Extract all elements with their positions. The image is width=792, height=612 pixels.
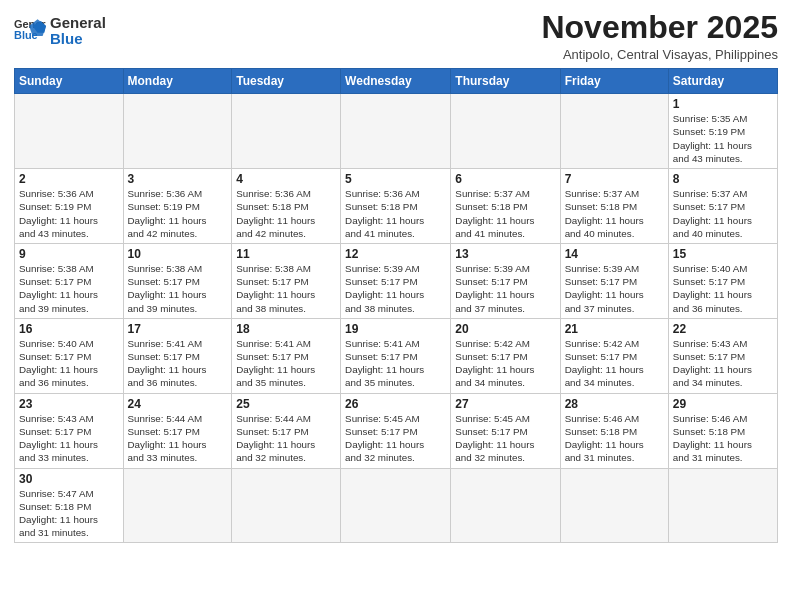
- day-info: Sunrise: 5:41 AM Sunset: 5:17 PM Dayligh…: [128, 337, 228, 390]
- calendar-day-cell: 8Sunrise: 5:37 AM Sunset: 5:17 PM Daylig…: [668, 169, 777, 244]
- calendar-week-row: 1Sunrise: 5:35 AM Sunset: 5:19 PM Daylig…: [15, 94, 778, 169]
- day-number: 4: [236, 172, 336, 186]
- day-info: Sunrise: 5:41 AM Sunset: 5:17 PM Dayligh…: [345, 337, 446, 390]
- day-number: 28: [565, 397, 664, 411]
- day-number: 7: [565, 172, 664, 186]
- day-number: 2: [19, 172, 119, 186]
- day-number: 17: [128, 322, 228, 336]
- day-number: 1: [673, 97, 773, 111]
- day-number: 6: [455, 172, 555, 186]
- calendar-day-cell: [560, 94, 668, 169]
- calendar-day-cell: 5Sunrise: 5:36 AM Sunset: 5:18 PM Daylig…: [341, 169, 451, 244]
- calendar-day-cell: 25Sunrise: 5:44 AM Sunset: 5:17 PM Dayli…: [232, 393, 341, 468]
- calendar-day-cell: 18Sunrise: 5:41 AM Sunset: 5:17 PM Dayli…: [232, 318, 341, 393]
- calendar-day-cell: 2Sunrise: 5:36 AM Sunset: 5:19 PM Daylig…: [15, 169, 124, 244]
- day-number: 13: [455, 247, 555, 261]
- day-info: Sunrise: 5:44 AM Sunset: 5:17 PM Dayligh…: [236, 412, 336, 465]
- calendar-day-cell: [341, 94, 451, 169]
- calendar-day-cell: 11Sunrise: 5:38 AM Sunset: 5:17 PM Dayli…: [232, 243, 341, 318]
- location-subtitle: Antipolo, Central Visayas, Philippines: [541, 47, 778, 62]
- month-title: November 2025: [541, 10, 778, 45]
- calendar-week-row: 30Sunrise: 5:47 AM Sunset: 5:18 PM Dayli…: [15, 468, 778, 543]
- day-number: 3: [128, 172, 228, 186]
- calendar-day-cell: 4Sunrise: 5:36 AM Sunset: 5:18 PM Daylig…: [232, 169, 341, 244]
- day-number: 12: [345, 247, 446, 261]
- calendar-day-cell: 22Sunrise: 5:43 AM Sunset: 5:17 PM Dayli…: [668, 318, 777, 393]
- calendar-day-cell: 15Sunrise: 5:40 AM Sunset: 5:17 PM Dayli…: [668, 243, 777, 318]
- calendar-day-cell: 17Sunrise: 5:41 AM Sunset: 5:17 PM Dayli…: [123, 318, 232, 393]
- calendar-header-row: SundayMondayTuesdayWednesdayThursdayFrid…: [15, 69, 778, 94]
- day-number: 14: [565, 247, 664, 261]
- logo: General Blue General Blue: [14, 14, 106, 48]
- day-info: Sunrise: 5:36 AM Sunset: 5:19 PM Dayligh…: [128, 187, 228, 240]
- calendar-day-cell: 3Sunrise: 5:36 AM Sunset: 5:19 PM Daylig…: [123, 169, 232, 244]
- weekday-header-tuesday: Tuesday: [232, 69, 341, 94]
- calendar-day-cell: [15, 94, 124, 169]
- day-info: Sunrise: 5:35 AM Sunset: 5:19 PM Dayligh…: [673, 112, 773, 165]
- day-info: Sunrise: 5:38 AM Sunset: 5:17 PM Dayligh…: [19, 262, 119, 315]
- day-number: 26: [345, 397, 446, 411]
- day-info: Sunrise: 5:39 AM Sunset: 5:17 PM Dayligh…: [565, 262, 664, 315]
- calendar-day-cell: [451, 468, 560, 543]
- day-number: 16: [19, 322, 119, 336]
- day-number: 20: [455, 322, 555, 336]
- calendar-day-cell: 13Sunrise: 5:39 AM Sunset: 5:17 PM Dayli…: [451, 243, 560, 318]
- day-info: Sunrise: 5:37 AM Sunset: 5:17 PM Dayligh…: [673, 187, 773, 240]
- calendar-day-cell: [560, 468, 668, 543]
- calendar-day-cell: 9Sunrise: 5:38 AM Sunset: 5:17 PM Daylig…: [15, 243, 124, 318]
- day-info: Sunrise: 5:46 AM Sunset: 5:18 PM Dayligh…: [673, 412, 773, 465]
- calendar-week-row: 9Sunrise: 5:38 AM Sunset: 5:17 PM Daylig…: [15, 243, 778, 318]
- day-info: Sunrise: 5:43 AM Sunset: 5:17 PM Dayligh…: [673, 337, 773, 390]
- calendar-day-cell: [123, 94, 232, 169]
- day-info: Sunrise: 5:36 AM Sunset: 5:19 PM Dayligh…: [19, 187, 119, 240]
- calendar-day-cell: 19Sunrise: 5:41 AM Sunset: 5:17 PM Dayli…: [341, 318, 451, 393]
- calendar-day-cell: 26Sunrise: 5:45 AM Sunset: 5:17 PM Dayli…: [341, 393, 451, 468]
- calendar-day-cell: 12Sunrise: 5:39 AM Sunset: 5:17 PM Dayli…: [341, 243, 451, 318]
- page: General Blue General Blue November 2025 …: [0, 0, 792, 612]
- calendar-week-row: 2Sunrise: 5:36 AM Sunset: 5:19 PM Daylig…: [15, 169, 778, 244]
- day-info: Sunrise: 5:42 AM Sunset: 5:17 PM Dayligh…: [455, 337, 555, 390]
- day-number: 24: [128, 397, 228, 411]
- calendar-day-cell: 28Sunrise: 5:46 AM Sunset: 5:18 PM Dayli…: [560, 393, 668, 468]
- calendar-day-cell: 10Sunrise: 5:38 AM Sunset: 5:17 PM Dayli…: [123, 243, 232, 318]
- day-info: Sunrise: 5:37 AM Sunset: 5:18 PM Dayligh…: [455, 187, 555, 240]
- calendar-day-cell: 1Sunrise: 5:35 AM Sunset: 5:19 PM Daylig…: [668, 94, 777, 169]
- day-info: Sunrise: 5:38 AM Sunset: 5:17 PM Dayligh…: [128, 262, 228, 315]
- calendar-day-cell: 7Sunrise: 5:37 AM Sunset: 5:18 PM Daylig…: [560, 169, 668, 244]
- weekday-header-saturday: Saturday: [668, 69, 777, 94]
- weekday-header-wednesday: Wednesday: [341, 69, 451, 94]
- calendar-day-cell: [341, 468, 451, 543]
- calendar-day-cell: 23Sunrise: 5:43 AM Sunset: 5:17 PM Dayli…: [15, 393, 124, 468]
- day-number: 23: [19, 397, 119, 411]
- day-number: 10: [128, 247, 228, 261]
- weekday-header-friday: Friday: [560, 69, 668, 94]
- day-number: 27: [455, 397, 555, 411]
- generalblue-logo-icon: General Blue: [14, 17, 46, 45]
- calendar-day-cell: [451, 94, 560, 169]
- weekday-header-thursday: Thursday: [451, 69, 560, 94]
- calendar-day-cell: 30Sunrise: 5:47 AM Sunset: 5:18 PM Dayli…: [15, 468, 124, 543]
- calendar-day-cell: 24Sunrise: 5:44 AM Sunset: 5:17 PM Dayli…: [123, 393, 232, 468]
- calendar-day-cell: 14Sunrise: 5:39 AM Sunset: 5:17 PM Dayli…: [560, 243, 668, 318]
- calendar-day-cell: 16Sunrise: 5:40 AM Sunset: 5:17 PM Dayli…: [15, 318, 124, 393]
- logo-line2: Blue: [50, 30, 106, 48]
- day-info: Sunrise: 5:45 AM Sunset: 5:17 PM Dayligh…: [345, 412, 446, 465]
- day-info: Sunrise: 5:39 AM Sunset: 5:17 PM Dayligh…: [345, 262, 446, 315]
- day-info: Sunrise: 5:44 AM Sunset: 5:17 PM Dayligh…: [128, 412, 228, 465]
- day-info: Sunrise: 5:46 AM Sunset: 5:18 PM Dayligh…: [565, 412, 664, 465]
- calendar-day-cell: [232, 468, 341, 543]
- day-number: 9: [19, 247, 119, 261]
- day-number: 15: [673, 247, 773, 261]
- weekday-header-sunday: Sunday: [15, 69, 124, 94]
- calendar-table: SundayMondayTuesdayWednesdayThursdayFrid…: [14, 68, 778, 543]
- day-info: Sunrise: 5:36 AM Sunset: 5:18 PM Dayligh…: [236, 187, 336, 240]
- day-number: 25: [236, 397, 336, 411]
- calendar-day-cell: [123, 468, 232, 543]
- calendar-week-row: 16Sunrise: 5:40 AM Sunset: 5:17 PM Dayli…: [15, 318, 778, 393]
- day-number: 30: [19, 472, 119, 486]
- day-info: Sunrise: 5:41 AM Sunset: 5:17 PM Dayligh…: [236, 337, 336, 390]
- day-info: Sunrise: 5:42 AM Sunset: 5:17 PM Dayligh…: [565, 337, 664, 390]
- day-number: 29: [673, 397, 773, 411]
- day-number: 22: [673, 322, 773, 336]
- day-info: Sunrise: 5:40 AM Sunset: 5:17 PM Dayligh…: [673, 262, 773, 315]
